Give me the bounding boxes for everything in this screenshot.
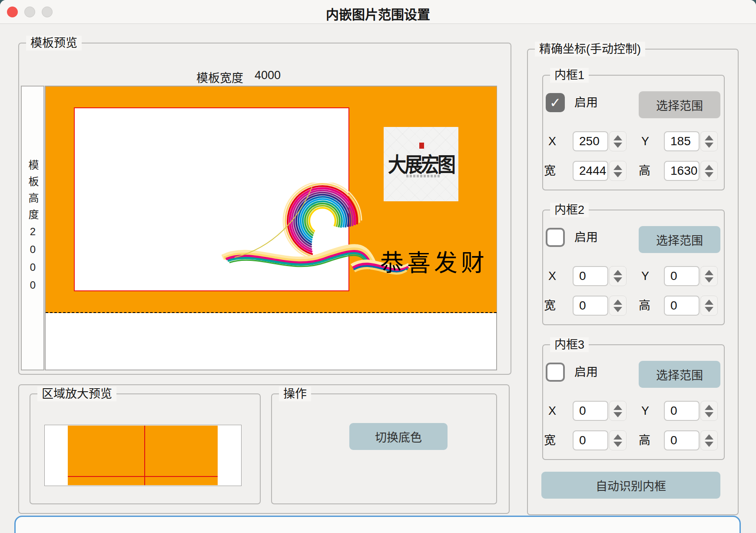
spin-up-icon[interactable] <box>705 270 713 275</box>
frame2-enable-label: 启用 <box>574 227 598 247</box>
zoom-preview-red-hline <box>68 476 218 477</box>
greeting-text: 恭喜发财 <box>380 244 488 278</box>
spin-up-icon[interactable] <box>705 135 713 140</box>
frame3-enable-checkbox[interactable] <box>546 363 565 382</box>
frame3-x-value[interactable]: 0 <box>573 401 608 421</box>
frame1-width-label: 宽 <box>544 161 556 181</box>
template-width-caption: 模板宽度 4000 <box>196 69 281 86</box>
spin-up-icon[interactable] <box>613 405 622 410</box>
calligraphy-caption <box>406 175 440 177</box>
frame1-height-stepper[interactable] <box>700 161 718 181</box>
frame3-select-range-button[interactable]: 选择范围 <box>639 361 720 388</box>
spin-up-icon[interactable] <box>705 405 713 410</box>
frame2-x-stepper[interactable] <box>609 266 627 286</box>
frame3-height-spinbox[interactable]: 0 <box>664 430 719 450</box>
spin-down-icon[interactable] <box>705 172 713 177</box>
template-canvas-image[interactable]: 大展宏图 <box>46 87 497 313</box>
spin-down-icon[interactable] <box>705 307 713 312</box>
frame3-x-spinbox[interactable]: 0 <box>573 401 627 421</box>
frame2-height-value[interactable]: 0 <box>664 296 700 316</box>
frame1-height-label: 高 <box>639 161 650 181</box>
frame3-x-stepper[interactable] <box>609 401 627 421</box>
frame2-width-label: 宽 <box>544 296 556 316</box>
template-height-panel: 模板高度2000 <box>21 86 44 370</box>
background-window-edge <box>14 516 741 533</box>
spin-down-icon[interactable] <box>613 307 622 312</box>
spin-up-icon[interactable] <box>705 434 713 440</box>
window-title: 内嵌图片范围设置 <box>0 4 756 23</box>
auto-detect-frames-button[interactable]: 自动识别内框 <box>541 472 720 499</box>
frame1-width-stepper[interactable] <box>609 161 627 181</box>
spin-down-icon[interactable] <box>613 442 622 447</box>
frame1-y-stepper[interactable] <box>700 131 718 151</box>
spin-up-icon[interactable] <box>613 270 622 275</box>
frame3-width-spinbox[interactable]: 0 <box>573 430 627 450</box>
check-icon: ✓ <box>550 96 561 110</box>
template-preview-group-label: 模板预览 <box>26 36 82 50</box>
spin-down-icon[interactable] <box>705 412 713 417</box>
spin-down-icon[interactable] <box>613 412 622 417</box>
frame1-x-stepper[interactable] <box>609 131 627 151</box>
frame1-x-spinbox[interactable]: 250 <box>573 131 627 151</box>
frame2-width-value[interactable]: 0 <box>573 296 608 316</box>
frame2-x-value[interactable]: 0 <box>573 266 608 286</box>
frame1-width-value[interactable]: 2444 <box>573 161 608 181</box>
frame1-height-spinbox[interactable]: 1630 <box>664 161 719 181</box>
zoom-preview-canvas[interactable] <box>44 425 242 486</box>
template-height-vertical-label: 模板高度2000 <box>26 160 39 297</box>
frame1-height-value[interactable]: 1630 <box>664 161 700 181</box>
spin-down-icon[interactable] <box>613 277 622 283</box>
frame3-height-label: 高 <box>639 430 650 450</box>
frame3-y-stepper[interactable] <box>700 401 718 421</box>
frame1-width-spinbox[interactable]: 2444 <box>573 161 627 181</box>
frame1-enable-label: 启用 <box>574 93 598 113</box>
spin-up-icon[interactable] <box>705 300 713 305</box>
spin-up-icon[interactable] <box>613 300 622 305</box>
spin-up-icon[interactable] <box>613 165 622 170</box>
frame2-x-spinbox[interactable]: 0 <box>573 266 627 286</box>
spin-down-icon[interactable] <box>705 277 713 283</box>
frame3-enable-label: 启用 <box>574 362 598 382</box>
frame3-width-label: 宽 <box>544 430 556 450</box>
frame1-enable-checkbox[interactable]: ✓ <box>546 93 565 112</box>
frame3-y-label: Y <box>641 401 649 421</box>
frame2-height-spinbox[interactable]: 0 <box>664 296 719 316</box>
frame3-height-stepper[interactable] <box>700 430 718 450</box>
spin-down-icon[interactable] <box>705 143 713 148</box>
spin-down-icon[interactable] <box>613 172 622 177</box>
frame1-x-label: X <box>548 131 556 151</box>
frame3-width-value[interactable]: 0 <box>573 430 608 450</box>
frame2-enable-checkbox[interactable] <box>546 228 565 247</box>
spin-up-icon[interactable] <box>613 135 622 140</box>
frame1-x-value[interactable]: 250 <box>573 131 608 151</box>
frame3-group-label: 内框3 <box>550 337 589 352</box>
frame1-y-spinbox[interactable]: 185 <box>664 131 719 151</box>
frame1-y-value[interactable]: 185 <box>664 131 700 151</box>
frame2-y-label: Y <box>641 266 649 286</box>
template-canvas-panel[interactable]: 大展宏图 <box>45 86 497 370</box>
frame2-height-stepper[interactable] <box>700 296 718 316</box>
coords-panel-group-label: 精确坐标(手动控制) <box>535 42 645 57</box>
spin-up-icon[interactable] <box>613 434 622 440</box>
frame2-y-stepper[interactable] <box>700 266 718 286</box>
frame2-height-label: 高 <box>639 296 650 316</box>
frame1-y-label: Y <box>641 131 649 151</box>
spin-up-icon[interactable] <box>705 165 713 170</box>
calligraphy-text: 大展宏图 <box>385 148 458 177</box>
frame3-width-stepper[interactable] <box>609 430 627 450</box>
frame2-y-spinbox[interactable]: 0 <box>664 266 719 286</box>
frame1-select-range-button[interactable]: 选择范围 <box>639 91 720 118</box>
frame3-x-label: X <box>548 401 556 421</box>
frame2-group-label: 内框2 <box>550 203 589 217</box>
frame2-y-value[interactable]: 0 <box>664 266 700 286</box>
frame3-height-value[interactable]: 0 <box>664 430 700 450</box>
switch-background-button[interactable]: 切换底色 <box>349 423 448 450</box>
spin-down-icon[interactable] <box>705 442 713 447</box>
frame3-y-spinbox[interactable]: 0 <box>664 401 719 421</box>
frame2-width-stepper[interactable] <box>609 296 627 316</box>
template-width-label: 模板宽度 <box>196 69 243 86</box>
frame3-y-value[interactable]: 0 <box>664 401 700 421</box>
frame2-select-range-button[interactable]: 选择范围 <box>639 226 720 253</box>
spin-down-icon[interactable] <box>613 143 622 148</box>
frame2-width-spinbox[interactable]: 0 <box>573 296 627 316</box>
